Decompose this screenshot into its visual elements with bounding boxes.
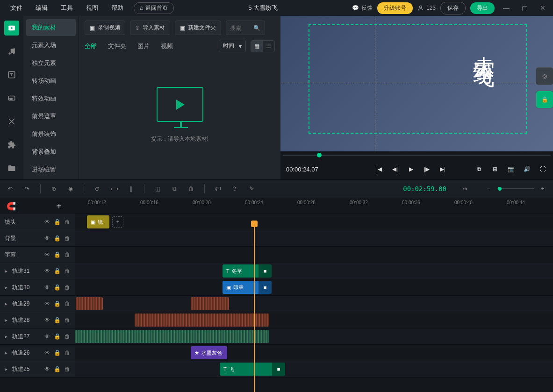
grid-icon[interactable]: ⊞ (490, 164, 500, 174)
close-icon[interactable]: ✕ (536, 4, 549, 12)
trash-icon[interactable]: 🗑 (65, 268, 70, 274)
lock-icon[interactable]: 🔒 (54, 251, 61, 258)
add-clip-button[interactable]: + (112, 216, 123, 228)
scrub-bar[interactable] (280, 151, 553, 159)
audio-icon[interactable] (4, 44, 19, 59)
sidebar-item-7[interactable]: 背景叠加 (26, 143, 76, 160)
search-input[interactable] (230, 25, 253, 31)
lock-icon[interactable]: 🔒 (54, 268, 61, 274)
menu-help[interactable]: 帮助 (105, 0, 130, 16)
trash-icon[interactable]: 🗑 (65, 235, 70, 242)
track-lane-28[interactable] (75, 312, 553, 328)
copy-icon[interactable]: ⧉ (170, 184, 179, 193)
eye-icon[interactable]: 👁 (44, 284, 50, 291)
playhead[interactable] (254, 221, 255, 392)
track-lane-bg[interactable] (75, 230, 553, 246)
record-video-button[interactable]: ▣录制视频 (85, 21, 125, 35)
track-lane-27[interactable] (75, 328, 553, 344)
trash-icon[interactable]: 🗑 (65, 333, 70, 340)
track-lane-25[interactable]: T飞■ (75, 361, 553, 377)
view-toggle[interactable]: ▦ ☰ (251, 40, 275, 52)
caption-icon[interactable]: cc (4, 91, 19, 106)
tag-icon[interactable]: 🏷 (213, 184, 223, 193)
eye-icon[interactable]: 👁 (44, 300, 50, 307)
grid-view-icon[interactable]: ▦ (251, 41, 263, 52)
maximize-icon[interactable]: ▢ (518, 4, 531, 12)
crop-icon[interactable]: ◫ (153, 184, 162, 193)
zoom-in-icon[interactable]: + (538, 184, 547, 193)
clip-shuimo[interactable]: ★水墨灰色 (191, 346, 227, 359)
trash-icon[interactable]: 🗑 (65, 366, 70, 372)
trash-icon[interactable]: 🗑 (65, 251, 70, 258)
menu-edit[interactable]: 编辑 (29, 0, 54, 16)
eye-icon[interactable]: 👁 (44, 235, 50, 242)
lock-icon[interactable]: 🔒 (54, 366, 61, 372)
delete-icon[interactable]: 🗑 (187, 184, 196, 193)
add-media-icon[interactable]: ⊕ (49, 184, 58, 193)
new-folder-button[interactable]: ▣新建文件夹 (175, 21, 221, 35)
menu-file[interactable]: 文件 (4, 0, 29, 16)
frame-back-icon[interactable]: ◀| (390, 164, 400, 174)
eye-icon[interactable]: 👁 (44, 349, 50, 356)
range-icon[interactable]: ⇹ (460, 184, 470, 193)
upgrade-button[interactable]: 升级账号 (377, 2, 413, 14)
export-clip-icon[interactable]: ⇪ (230, 184, 239, 193)
feedback-button[interactable]: 💬 反馈 (352, 4, 373, 12)
sort-dropdown[interactable]: 时间▾ (219, 40, 246, 52)
scrub-handle[interactable] (317, 153, 322, 157)
export-button[interactable]: 导出 (470, 2, 495, 14)
sidebar-item-4[interactable]: 特效动画 (26, 90, 76, 107)
minimize-icon[interactable]: — (499, 4, 513, 12)
marker-icon[interactable]: ◉ (66, 184, 75, 193)
eye-icon[interactable]: 👁 (44, 219, 50, 225)
tab-video[interactable]: 视频 (161, 42, 173, 50)
track-lane-30[interactable]: ▣印章■ (75, 279, 553, 295)
lock-icon[interactable]: 🔒 (54, 317, 61, 323)
clip-audio-27[interactable] (75, 330, 269, 343)
lock-icon[interactable]: 🔒 (54, 333, 61, 340)
track-lane-shot[interactable]: ▣镜 + (75, 214, 553, 230)
edit-icon[interactable]: ✎ (247, 184, 256, 193)
import-button[interactable]: ⇧导入素材 (130, 21, 170, 35)
clip-audio-28[interactable] (135, 314, 269, 327)
trash-icon[interactable]: 🗑 (65, 300, 70, 307)
trash-icon[interactable]: 🗑 (65, 317, 70, 323)
trash-icon[interactable]: 🗑 (65, 219, 70, 225)
track-lane-caption[interactable] (75, 247, 553, 263)
track-lane-26[interactable]: ★水墨灰色 (75, 345, 553, 361)
target-icon[interactable]: ⊙ (93, 184, 102, 193)
eye-icon[interactable]: 👁 (44, 333, 50, 340)
volume-icon[interactable]: 🔊 (522, 164, 531, 174)
trash-icon[interactable]: 🗑 (65, 284, 70, 291)
sidebar-item-3[interactable]: 转场动画 (26, 72, 76, 89)
add-track-button[interactable]: + (53, 200, 65, 212)
lock-icon[interactable]: 🔒 (54, 284, 61, 291)
eye-icon[interactable]: 👁 (44, 366, 50, 372)
clip-shot[interactable]: ▣镜 (87, 215, 109, 228)
trash-icon[interactable]: 🗑 (65, 349, 70, 356)
zoom-out-icon[interactable]: − (484, 184, 493, 193)
lock-icon[interactable]: 🔒 (54, 219, 61, 225)
undo-icon[interactable]: ↶ (6, 184, 15, 193)
snapshot-icon[interactable]: 📷 (506, 164, 516, 174)
search-box[interactable]: 🔍 (226, 21, 265, 35)
clip-dongzhi[interactable]: T冬至■ (223, 264, 272, 278)
clip-yinzhang[interactable]: ▣印章■ (223, 281, 272, 294)
menu-tools[interactable]: 工具 (54, 0, 79, 16)
track-lane-31[interactable]: T冬至■ (75, 263, 553, 279)
sidebar-item-1[interactable]: 元素入场 (26, 37, 76, 54)
crop-tool-icon[interactable]: ◎ (536, 67, 553, 85)
list-view-icon[interactable]: ☰ (263, 41, 274, 52)
media-library-icon[interactable] (4, 21, 19, 36)
clip-audio-29a[interactable] (76, 297, 103, 310)
fit-icon[interactable]: ⟷ (109, 184, 119, 193)
menu-view[interactable]: 视图 (79, 0, 105, 16)
zoom-slider[interactable] (497, 188, 534, 189)
sidebar-item-9[interactable]: 开场动画 (26, 179, 76, 179)
sidebar-item-5[interactable]: 前景遮罩 (26, 108, 76, 125)
tab-folder[interactable]: 文件夹 (108, 42, 126, 50)
lock-icon[interactable]: 🔒 (54, 300, 61, 307)
lock-tool-icon[interactable]: 🔒 (536, 91, 553, 108)
lock-icon[interactable]: 🔒 (54, 349, 61, 356)
screen-icon[interactable]: ⧉ (474, 164, 484, 174)
